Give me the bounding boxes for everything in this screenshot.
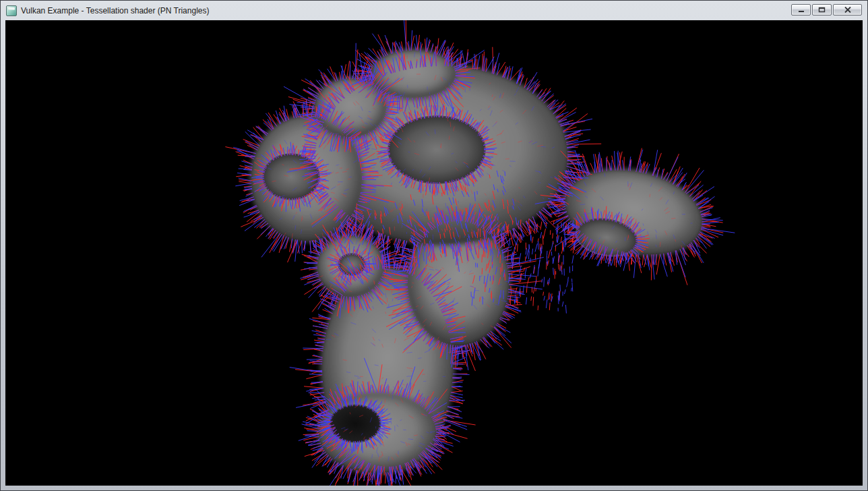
window-title: Vulkan Example - Tessellation shader (PN… <box>21 6 787 16</box>
tessellated-model-render <box>5 20 863 486</box>
render-viewport[interactable] <box>5 20 863 486</box>
app-window: Vulkan Example - Tessellation shader (PN… <box>0 0 868 491</box>
maximize-icon <box>818 7 826 13</box>
close-button[interactable] <box>833 4 862 16</box>
minimize-button[interactable] <box>791 4 811 16</box>
titlebar[interactable]: Vulkan Example - Tessellation shader (PN… <box>5 1 863 20</box>
vulkan-app-icon <box>6 5 17 16</box>
window-controls <box>791 4 862 16</box>
close-icon <box>844 7 851 13</box>
maximize-button[interactable] <box>812 4 832 16</box>
minimize-icon <box>798 7 805 13</box>
